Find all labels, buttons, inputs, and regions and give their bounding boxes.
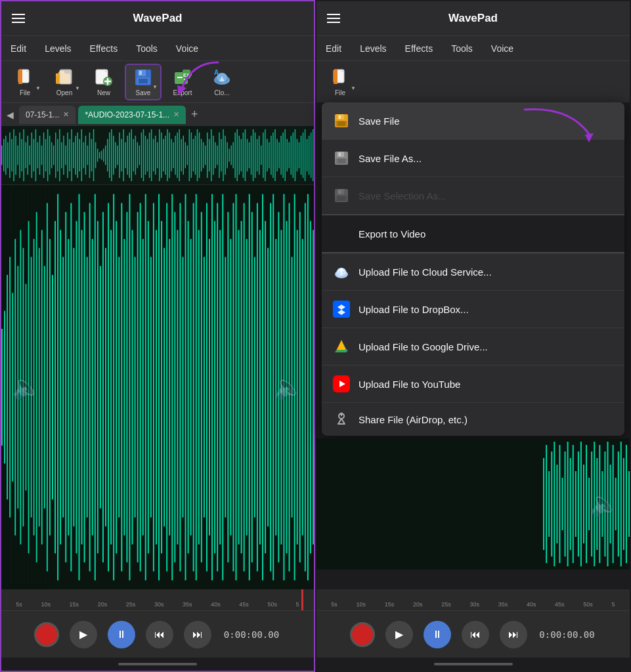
svg-rect-150: [255, 133, 256, 178]
svg-rect-205: [65, 212, 66, 562]
left-menubar: Edit Levels Effects Tools Voice: [1, 35, 314, 60]
tab-07-15[interactable]: 07-15-1... ✕: [19, 106, 76, 124]
svg-rect-239: [156, 230, 157, 544]
svg-rect-295: [305, 203, 306, 571]
svg-rect-278: [259, 230, 261, 544]
svg-rect-102: [159, 129, 160, 181]
export-button[interactable]: EXP Export: [164, 64, 201, 100]
svg-rect-50: [55, 133, 56, 178]
svg-rect-36: [27, 136, 28, 175]
right-toolbar: File ▼: [316, 60, 630, 102]
save-button[interactable]: Save ▼: [125, 64, 162, 100]
svg-marker-346: [335, 350, 348, 352]
svg-rect-131: [217, 146, 218, 165]
left-menu-voice[interactable]: Voice: [167, 36, 207, 60]
upload-dropbox-item[interactable]: Upload File to DropBox...: [322, 291, 624, 328]
svg-rect-98: [151, 129, 152, 181]
share-airdrop-item[interactable]: Share File (AirDrop, etc.): [322, 403, 624, 436]
svg-rect-95: [145, 136, 146, 175]
upload-youtube-item[interactable]: Upload File to YouTube: [322, 366, 624, 403]
svg-rect-124: [203, 142, 204, 169]
svg-rect-24: [3, 139, 5, 171]
svg-rect-386: [626, 445, 627, 563]
svg-rect-220: [105, 248, 106, 526]
svg-rect-149: [253, 129, 254, 181]
svg-rect-183: [7, 275, 8, 499]
left-menu-tools[interactable]: Tools: [127, 36, 167, 60]
new-label: New: [97, 89, 110, 96]
left-hamburger[interactable]: [12, 14, 25, 23]
left-pause-button[interactable]: ⏸: [108, 621, 135, 648]
svg-rect-158: [271, 136, 272, 175]
svg-rect-66: [87, 146, 89, 165]
upload-cloud-item[interactable]: Upload File to Cloud Service...: [322, 253, 624, 291]
left-app-title: WavePad: [133, 12, 183, 25]
tab-audio-2023[interactable]: *AUDIO-2023-07-15-1... ✕: [78, 106, 186, 124]
tab-add-button[interactable]: +: [188, 108, 201, 121]
left-menu-edit[interactable]: Edit: [1, 36, 35, 60]
svg-rect-83: [121, 139, 122, 171]
file-button[interactable]: File ▼: [7, 64, 43, 100]
svg-rect-243: [166, 203, 167, 571]
svg-rect-363: [565, 452, 566, 556]
right-menu-edit[interactable]: Edit: [316, 36, 351, 60]
right-hamburger[interactable]: [327, 14, 340, 23]
export-to-video-item[interactable]: Export to Video: [322, 215, 624, 253]
upload-dropbox-icon: [332, 300, 351, 318]
svg-rect-241: [161, 221, 162, 553]
svg-rect-108: [171, 139, 172, 171]
right-file-button[interactable]: File ▼: [322, 64, 359, 100]
right-header: WavePad: [316, 1, 630, 35]
svg-rect-222: [110, 230, 112, 544]
upload-gdrive-icon: [332, 337, 351, 356]
svg-rect-270: [238, 230, 240, 544]
svg-rect-159: [272, 133, 274, 178]
right-panel: WavePad Edit Levels Effects Tools Voice …: [315, 0, 631, 672]
right-menu-effects[interactable]: Effects: [396, 36, 443, 60]
svg-rect-181: [1, 329, 3, 446]
svg-rect-140: [234, 133, 236, 178]
new-button[interactable]: New: [85, 64, 122, 100]
save-selection-as-item[interactable]: Save Selection As...: [322, 177, 624, 215]
left-record-button[interactable]: [34, 622, 59, 647]
svg-rect-387: [628, 471, 630, 537]
svg-rect-110: [175, 136, 176, 175]
svg-rect-210: [78, 194, 79, 581]
right-menu-tools[interactable]: Tools: [442, 36, 482, 60]
left-menu-levels[interactable]: Levels: [35, 36, 80, 60]
tab-scroll-left[interactable]: ◀: [4, 110, 16, 120]
svg-rect-204: [62, 257, 64, 518]
left-play-button[interactable]: ▶: [70, 621, 97, 648]
svg-rect-31: [17, 146, 18, 165]
svg-rect-122: [199, 133, 200, 178]
svg-rect-266: [227, 212, 228, 562]
svg-rect-48: [51, 142, 53, 169]
svg-rect-172: [299, 142, 300, 169]
svg-rect-127: [209, 139, 210, 171]
tab-07-15-close[interactable]: ✕: [63, 110, 69, 119]
left-menu-effects[interactable]: Effects: [81, 36, 127, 60]
svg-rect-367: [575, 471, 577, 537]
upload-cloud-label: Upload File to Cloud Service...: [359, 266, 492, 278]
svg-rect-104: [163, 139, 164, 171]
save-file-as-item[interactable]: Save File As...: [322, 140, 624, 177]
right-menu-levels[interactable]: Levels: [351, 36, 395, 60]
new-icon: [93, 67, 114, 88]
left-rewind-button[interactable]: ⏮: [146, 621, 173, 648]
svg-rect-56: [67, 133, 68, 178]
svg-rect-163: [280, 136, 282, 175]
left-timeline: 5s 10s 15s 20s 25s 30s 35s 40s 45s 50s 5: [1, 589, 314, 610]
open-button[interactable]: Open ▼: [46, 64, 83, 100]
save-file-item[interactable]: Save File: [322, 102, 624, 140]
upload-gdrive-item[interactable]: Upload File to Google Drive...: [322, 328, 624, 366]
tab-audio-close[interactable]: ✕: [173, 110, 179, 119]
svg-rect-214: [89, 203, 91, 571]
svg-rect-225: [118, 257, 120, 518]
upload-youtube-label: Upload File to YouTube: [359, 379, 460, 390]
svg-rect-246: [174, 212, 175, 562]
left-forward-button[interactable]: ⏭: [184, 621, 211, 648]
right-menu-voice[interactable]: Voice: [482, 36, 523, 60]
svg-rect-74: [103, 149, 104, 162]
cloud-button[interactable]: A Clo...: [204, 64, 240, 100]
svg-rect-91: [137, 142, 139, 169]
